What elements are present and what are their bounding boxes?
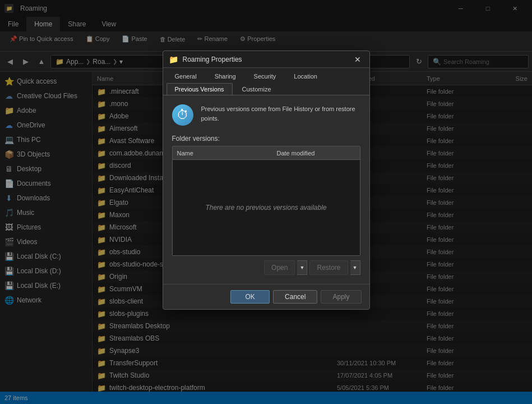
dialog-btns-restore: Open ▼ Restore ▼ xyxy=(172,260,360,275)
restore-split-button[interactable]: ▼ xyxy=(350,260,360,275)
no-versions-text: There are no previous versions available xyxy=(205,204,326,212)
properties-dialog: 📁 Roaming Properties ✕ General Sharing S… xyxy=(163,50,370,310)
dialog-content: ⏱ Previous versions come from File Histo… xyxy=(163,95,369,284)
versions-table: Name Date modified There are no previous… xyxy=(172,146,360,256)
dialog-tab-previous-versions[interactable]: Previous Versions xyxy=(166,83,233,95)
folder-versions-label: Folder versions: xyxy=(172,135,360,143)
dialog-tab-sharing[interactable]: Sharing xyxy=(206,70,244,82)
dialog-footer: OK Cancel Apply xyxy=(163,284,369,309)
open-split-button[interactable]: ▼ xyxy=(297,260,307,275)
dialog-folder-icon: 📁 xyxy=(169,55,178,64)
dialog-tabs: General Sharing Security Location Previo… xyxy=(163,68,369,95)
apply-button[interactable]: Apply xyxy=(321,290,361,304)
dialog-tab-location[interactable]: Location xyxy=(285,70,326,82)
vt-col-date[interactable]: Date modified xyxy=(277,150,355,157)
restore-button[interactable]: Restore xyxy=(309,260,348,275)
modal-overlay: 📁 Roaming Properties ✕ General Sharing S… xyxy=(0,0,532,404)
dialog-title-bar: 📁 Roaming Properties ✕ xyxy=(163,51,369,68)
prev-versions-header: ⏱ Previous versions come from File Histo… xyxy=(172,104,360,127)
dialog-title-text: Roaming Properties xyxy=(183,56,347,63)
prev-versions-desc: Previous versions come from File History… xyxy=(201,104,360,123)
vt-col-name[interactable]: Name xyxy=(177,150,277,157)
prev-versions-icon: ⏱ xyxy=(172,104,195,127)
dialog-tab-general[interactable]: General xyxy=(166,70,205,82)
versions-table-body: There are no previous versions available xyxy=(173,160,360,255)
dialog-close-button[interactable]: ✕ xyxy=(351,53,364,66)
dialog-tab-security[interactable]: Security xyxy=(246,70,285,82)
open-button[interactable]: Open xyxy=(264,260,295,275)
versions-table-header: Name Date modified xyxy=(173,146,360,160)
ok-button[interactable]: OK xyxy=(230,290,270,304)
dialog-tab-customize[interactable]: Customize xyxy=(234,83,280,95)
cancel-button[interactable]: Cancel xyxy=(273,290,317,304)
clock-icon: ⏱ xyxy=(172,104,193,126)
